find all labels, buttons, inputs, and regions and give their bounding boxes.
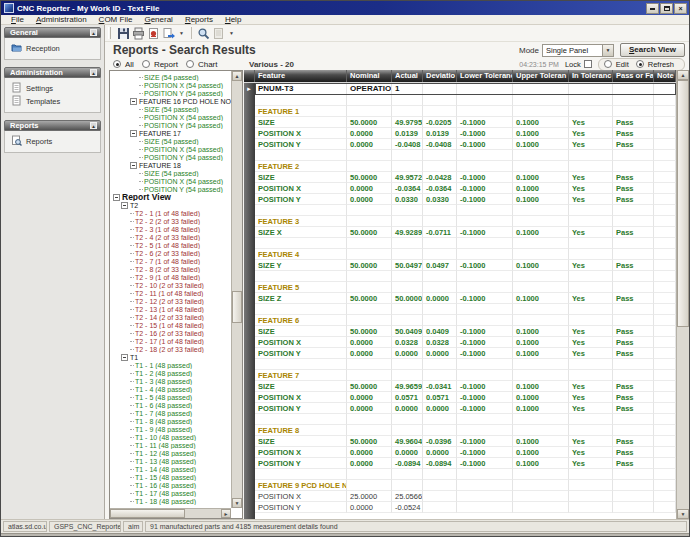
tree-item[interactable]: T2 - 2 (2 of 33 failed) bbox=[112, 217, 242, 225]
tree-item[interactable]: POSITION X (54 passed) bbox=[112, 81, 242, 89]
table-row-data[interactable]: SIZE50.000050.04090.0409-0.10000.1000Yes… bbox=[255, 326, 676, 337]
tree-item[interactable]: T2 - 18 (2 of 33 failed) bbox=[112, 345, 242, 353]
tree-item[interactable]: POSITION X (54 passed) bbox=[112, 113, 242, 121]
table-row-plain[interactable]: POSITION Y0.0000-0.0524 bbox=[255, 502, 676, 513]
table-row-data[interactable]: POSITION Y0.0000-0.0408-0.0408-0.10000.1… bbox=[255, 139, 676, 150]
table-vertical-scrollbar[interactable]: ▲ ▼ bbox=[676, 70, 689, 519]
scroll-right-icon[interactable]: ► bbox=[221, 509, 231, 518]
tree-item[interactable]: FEATURE 17 bbox=[112, 129, 242, 137]
table-row-data[interactable]: SIZE50.000049.9659-0.0341-0.10000.1000Ye… bbox=[255, 381, 676, 392]
tree-item[interactable]: T1 - 8 (48 passed) bbox=[112, 417, 242, 425]
table-row-section[interactable]: FEATURE 8 bbox=[255, 425, 676, 436]
tree-item[interactable]: T1 - 3 (48 passed) bbox=[112, 377, 242, 385]
column-header-lower-toleranc[interactable]: Lower Toleranc bbox=[457, 70, 513, 82]
tree-item[interactable]: POSITION X (54 passed) bbox=[112, 145, 242, 153]
column-header-in-toleranc[interactable]: In Toleranc bbox=[569, 70, 613, 82]
tree-item[interactable]: SIZE (54 passed) bbox=[112, 169, 242, 177]
column-header-nominal[interactable]: Nominal bbox=[347, 70, 392, 82]
tree-item[interactable]: T1 - 2 (48 passed) bbox=[112, 369, 242, 377]
tree-item[interactable]: T2 - 9 (1 of 48 failed) bbox=[112, 273, 242, 281]
table-row-section[interactable]: FEATURE 9 PCD HOLE NO bbox=[255, 480, 676, 491]
tree-item[interactable]: T2 - 4 (2 of 33 failed) bbox=[112, 233, 242, 241]
table-row-data[interactable]: POSITION Y0.00000.00000.0000-0.10000.100… bbox=[255, 348, 676, 359]
tree-item[interactable]: T1 - 10 (48 passed) bbox=[112, 433, 242, 441]
tree-item[interactable]: T1 - 5 (48 passed) bbox=[112, 393, 242, 401]
toolbar-grip[interactable] bbox=[108, 27, 111, 39]
tree-item[interactable]: POSITION Y (54 passed) bbox=[112, 153, 242, 161]
tree-item[interactable]: T1 - 13 (48 passed) bbox=[112, 457, 242, 465]
menu-item-file[interactable]: File bbox=[5, 15, 30, 25]
tree-item[interactable]: T2 - 12 (2 of 33 failed) bbox=[112, 297, 242, 305]
tree-item[interactable]: T1 - 4 (48 passed) bbox=[112, 385, 242, 393]
tree-item[interactable]: FEATURE 18 bbox=[112, 161, 242, 169]
column-header-upper-toleran[interactable]: Upper Toleran bbox=[513, 70, 569, 82]
tree-item[interactable]: T2 - 6 (2 of 33 failed) bbox=[112, 249, 242, 257]
collapse-icon[interactable]: ▴ bbox=[90, 29, 97, 36]
table-row-blank[interactable] bbox=[255, 95, 676, 106]
tree-item[interactable]: POSITION Y (54 passed) bbox=[112, 185, 242, 193]
table-row-section[interactable]: FEATURE 6 bbox=[255, 315, 676, 326]
tree-item[interactable]: T1 - 9 (48 passed) bbox=[112, 425, 242, 433]
tree-vertical-scrollbar[interactable]: ▲ ▼ bbox=[231, 71, 242, 508]
tree-item[interactable]: T2 - 16 (2 of 33 failed) bbox=[112, 329, 242, 337]
sidebar-header-reports[interactable]: Reports▴ bbox=[4, 120, 101, 131]
tree-item[interactable]: T1 - 12 (48 passed) bbox=[112, 449, 242, 457]
table-row-blank[interactable] bbox=[255, 150, 676, 161]
tree-item[interactable]: FEATURE 16 PCD HOLE NO 4 bbox=[112, 97, 242, 105]
dropdown-icon[interactable]: ▼ bbox=[176, 30, 187, 36]
tree-item[interactable]: T2 bbox=[112, 201, 242, 209]
dropdown-icon[interactable]: ▼ bbox=[226, 30, 237, 36]
column-header-feature[interactable]: Feature bbox=[255, 70, 347, 82]
chevron-down-icon[interactable]: ▼ bbox=[602, 45, 613, 56]
sidebar-item-reception[interactable]: Reception bbox=[8, 42, 97, 55]
save-icon[interactable] bbox=[116, 26, 131, 41]
tree-item[interactable]: T1 - 7 (48 passed) bbox=[112, 409, 242, 417]
sidebar-header-general[interactable]: General▴ bbox=[4, 27, 101, 38]
tree-item[interactable]: T2 - 14 (2 of 33 failed) bbox=[112, 313, 242, 321]
table-row-section[interactable]: FEATURE 3 bbox=[255, 216, 676, 227]
column-header-actual[interactable]: Actual bbox=[392, 70, 423, 82]
export-file-icon[interactable] bbox=[161, 26, 176, 41]
tree-expander-icon[interactable] bbox=[130, 98, 137, 105]
scroll-down-icon[interactable]: ▼ bbox=[677, 509, 689, 519]
tree-item[interactable]: T2 - 7 (1 of 48 failed) bbox=[112, 257, 242, 265]
tree-item[interactable]: T2 - 8 (2 of 33 failed) bbox=[112, 265, 242, 273]
table-vscroll-thumb[interactable] bbox=[677, 80, 689, 327]
table-row-data[interactable]: POSITION X0.0000-0.0364-0.0364-0.10000.1… bbox=[255, 183, 676, 194]
menu-item-help[interactable]: Help bbox=[219, 15, 247, 25]
search-view-button[interactable]: Search View bbox=[620, 43, 685, 57]
menu-item-administration[interactable]: Administration bbox=[30, 15, 93, 25]
tree-item[interactable]: SIZE (54 passed) bbox=[112, 137, 242, 145]
export-pdf-icon[interactable] bbox=[146, 26, 161, 41]
collapse-icon[interactable]: ▴ bbox=[90, 122, 97, 129]
table-row-plain[interactable]: POSITION X25.000025.0566 bbox=[255, 491, 676, 502]
scroll-up-icon[interactable]: ▲ bbox=[677, 70, 689, 80]
table-row-data[interactable]: SIZE X50.000049.9289-0.0711-0.10000.1000… bbox=[255, 227, 676, 238]
scroll-down-icon[interactable]: ▼ bbox=[232, 498, 242, 508]
radio-edit[interactable] bbox=[604, 60, 612, 68]
print-icon[interactable] bbox=[131, 26, 146, 41]
tree-item[interactable]: T1 - 6 (48 passed) bbox=[112, 401, 242, 409]
lock-checkbox[interactable] bbox=[584, 60, 592, 68]
scroll-up-icon[interactable]: ▲ bbox=[232, 71, 242, 81]
table-row-data[interactable]: SIZE50.000049.9795-0.0205-0.10000.1000Ye… bbox=[255, 117, 676, 128]
sidebar-item-reports[interactable]: Reports bbox=[8, 135, 97, 148]
tree-item[interactable]: Report View bbox=[112, 193, 242, 201]
tree-expander-icon[interactable] bbox=[130, 162, 137, 169]
table-row-data[interactable]: SIZE Z50.000050.00000.0000-0.10000.1000Y… bbox=[255, 293, 676, 304]
tree-expander-icon[interactable] bbox=[113, 194, 120, 201]
column-header-note[interactable]: Note bbox=[654, 70, 676, 82]
radio-refresh[interactable] bbox=[636, 60, 644, 68]
tree-item[interactable]: T2 - 15 (1 of 48 failed) bbox=[112, 321, 242, 329]
table-row-blank[interactable] bbox=[255, 271, 676, 282]
maximize-button[interactable] bbox=[660, 3, 673, 14]
tree-item[interactable]: T1 - 1 (48 passed) bbox=[112, 361, 242, 369]
minimize-button[interactable] bbox=[646, 3, 659, 14]
tree-item[interactable]: T1 - 11 (48 passed) bbox=[112, 441, 242, 449]
collapse-icon[interactable]: ▴ bbox=[90, 69, 97, 76]
mode-select[interactable]: Single Panel ▼ bbox=[542, 44, 614, 57]
table-row-section[interactable]: FEATURE 7 bbox=[255, 370, 676, 381]
table-row-blank[interactable] bbox=[255, 304, 676, 315]
tree-item[interactable]: T1 - 17 (48 passed) bbox=[112, 489, 242, 497]
table-row-blank[interactable] bbox=[255, 469, 676, 480]
